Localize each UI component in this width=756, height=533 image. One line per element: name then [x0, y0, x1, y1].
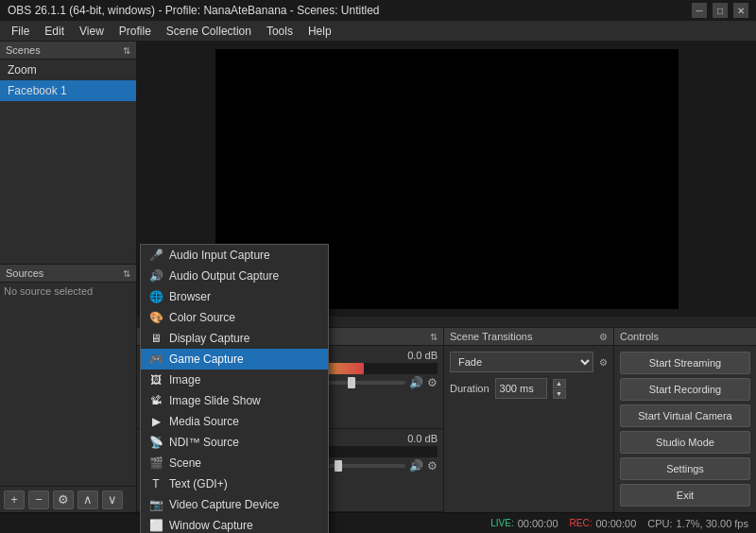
duration-label: Duration: [450, 383, 490, 394]
audio-mixer-icon: ⇅: [430, 332, 438, 342]
no-source-label: No source selected: [0, 283, 136, 300]
menu-item-file[interactable]: File: [4, 23, 37, 40]
rec-time: 00:00:00: [595, 518, 636, 529]
cpu-value: 1.7%, 30.00 fps: [677, 518, 748, 529]
duration-input[interactable]: [495, 378, 547, 399]
menu-item-scene-collection[interactable]: Scene Collection: [159, 23, 259, 40]
menu-bar: FileEditViewProfileScene CollectionTools…: [0, 21, 756, 42]
audio-settings-desktop-icon[interactable]: ⚙: [427, 376, 438, 389]
sources-list: [0, 300, 136, 486]
menu-item-tools[interactable]: Tools: [259, 23, 301, 40]
audio-settings-mic-icon[interactable]: ⚙: [427, 459, 438, 473]
duration-stepper: ▲ ▼: [553, 379, 566, 399]
ctx-game-capture[interactable]: 🎮 Game Capture: [141, 349, 328, 370]
scenes-header-icon: ⇅: [123, 45, 130, 56]
rec-indicator: REC:: [570, 518, 593, 528]
menu-item-profile[interactable]: Profile: [112, 23, 159, 40]
close-button[interactable]: ✕: [733, 3, 748, 18]
ctx-video-capture[interactable]: 📷 Video Capture Device: [141, 494, 328, 515]
ctx-window-capture[interactable]: ⬜ Window Capture: [141, 515, 328, 533]
scenes-header: Scenes ⇅: [0, 42, 136, 60]
controls-body: Start Streaming Start Recording Start Vi…: [614, 346, 756, 512]
sources-header: Sources ⇅: [0, 264, 136, 283]
mute-mic-icon[interactable]: 🔊: [409, 459, 423, 473]
transitions-gear-icon[interactable]: ⚙: [599, 357, 608, 368]
sources-toolbar: + − ⚙ ∧ ∨: [0, 486, 136, 512]
studio-mode-button[interactable]: Studio Mode: [620, 431, 750, 454]
transitions-duration-row: Duration ▲ ▼: [450, 378, 608, 399]
transitions-body: Fade ⚙ Duration ▲ ▼: [444, 346, 613, 404]
scenes-header-label: Scenes: [6, 44, 41, 56]
display-capture-icon: 🖥: [148, 331, 163, 346]
audio-input-icon: 🎤: [148, 248, 163, 263]
source-settings-button[interactable]: ⚙: [53, 490, 74, 509]
ctx-text-gdi[interactable]: T Text (GDI+): [141, 473, 328, 494]
image-icon: 🖼: [148, 372, 163, 387]
ctx-audio-output[interactable]: 🔊 Audio Output Capture: [141, 266, 328, 286]
sources-header-icon: ⇅: [123, 268, 130, 279]
media-source-icon: ▶: [148, 414, 163, 429]
status-rec: REC: 00:00:00: [570, 518, 637, 529]
duration-down-button[interactable]: ▼: [553, 389, 566, 399]
game-capture-icon: 🎮: [148, 352, 163, 367]
controls-header: Controls: [614, 328, 756, 346]
menu-item-help[interactable]: Help: [301, 23, 339, 40]
scene-transitions-label: Scene Transitions: [450, 331, 532, 342]
menu-item-view[interactable]: View: [72, 23, 112, 40]
context-menu: 🎤 Audio Input Capture 🔊 Audio Output Cap…: [140, 244, 329, 533]
audio-output-icon: 🔊: [148, 268, 163, 284]
text-gdi-icon: T: [148, 476, 163, 491]
window-controls: ─ □ ✕: [692, 3, 748, 18]
title-text: OBS 26.1.1 (64-bit, windows) - Profile: …: [8, 4, 380, 17]
start-recording-button[interactable]: Start Recording: [620, 378, 750, 401]
ctx-color-source[interactable]: 🎨 Color Source: [141, 307, 328, 328]
image-slideshow-icon: 📽: [148, 393, 163, 408]
main-content: Scenes ⇅ Zoom Facebook 1 Sources ⇅ No so…: [0, 42, 756, 512]
ndi-icon: 📡: [148, 435, 163, 450]
sources-section: Sources ⇅ No source selected: [0, 264, 136, 486]
exit-button[interactable]: Exit: [620, 484, 750, 507]
scene-transitions-header: Scene Transitions ⚙: [444, 328, 613, 346]
cpu-label: CPU:: [647, 518, 672, 529]
scene-transitions-icon: ⚙: [599, 332, 608, 342]
ctx-image[interactable]: 🖼 Image: [141, 370, 328, 390]
scenes-list: Zoom Facebook 1: [0, 60, 136, 101]
start-streaming-button[interactable]: Start Streaming: [620, 352, 750, 374]
source-up-button[interactable]: ∧: [77, 490, 98, 509]
start-virtual-camera-button[interactable]: Start Virtual Camera: [620, 404, 750, 427]
live-indicator: LIVE:: [490, 518, 513, 528]
scene-item-facebook[interactable]: Facebook 1: [0, 80, 136, 101]
minimize-button[interactable]: ─: [692, 3, 707, 18]
status-cpu: CPU: 1.7%, 30.00 fps: [647, 518, 748, 529]
ctx-scene[interactable]: 🎬 Scene: [141, 453, 328, 473]
ctx-audio-input[interactable]: 🎤 Audio Input Capture: [141, 245, 328, 266]
controls-label: Controls: [620, 331, 659, 342]
title-bar: OBS 26.1.1 (64-bit, windows) - Profile: …: [0, 0, 756, 21]
left-panel: Scenes ⇅ Zoom Facebook 1 Sources ⇅ No so…: [0, 42, 137, 512]
ctx-browser[interactable]: 🌐 Browser: [141, 286, 328, 307]
maximize-button[interactable]: □: [713, 3, 728, 18]
scene-icon: 🎬: [148, 456, 163, 471]
source-down-button[interactable]: ∨: [102, 490, 123, 509]
ctx-media-source[interactable]: ▶ Media Source: [141, 411, 328, 432]
scene-item-zoom[interactable]: Zoom: [0, 60, 136, 80]
mute-desktop-icon[interactable]: 🔊: [409, 376, 423, 389]
transitions-type-row: Fade ⚙: [450, 352, 608, 372]
scene-transitions: Scene Transitions ⚙ Fade ⚙ Duration: [444, 328, 614, 512]
browser-icon: 🌐: [148, 289, 163, 304]
status-bar: LIVE: 00:00:00 REC: 00:00:00 CPU: 1.7%, …: [0, 512, 756, 533]
menu-item-edit[interactable]: Edit: [37, 23, 72, 40]
transition-type-select[interactable]: Fade: [450, 352, 593, 372]
settings-button[interactable]: Settings: [620, 457, 750, 480]
live-time: 00:00:00: [518, 518, 558, 529]
color-source-icon: 🎨: [148, 310, 163, 325]
ctx-display-capture[interactable]: 🖥 Display Capture: [141, 328, 328, 349]
add-source-button[interactable]: +: [4, 490, 25, 509]
scenes-panel: Scenes ⇅ Zoom Facebook 1: [0, 42, 136, 264]
remove-source-button[interactable]: −: [28, 490, 49, 509]
duration-up-button[interactable]: ▲: [553, 379, 566, 388]
ctx-image-slide-show[interactable]: 📽 Image Slide Show: [141, 390, 328, 411]
ctx-ndi-source[interactable]: 📡 NDI™ Source: [141, 432, 328, 453]
controls-panel: Controls Start Streaming Start Recording…: [614, 328, 756, 512]
video-capture-icon: 📷: [148, 497, 163, 512]
